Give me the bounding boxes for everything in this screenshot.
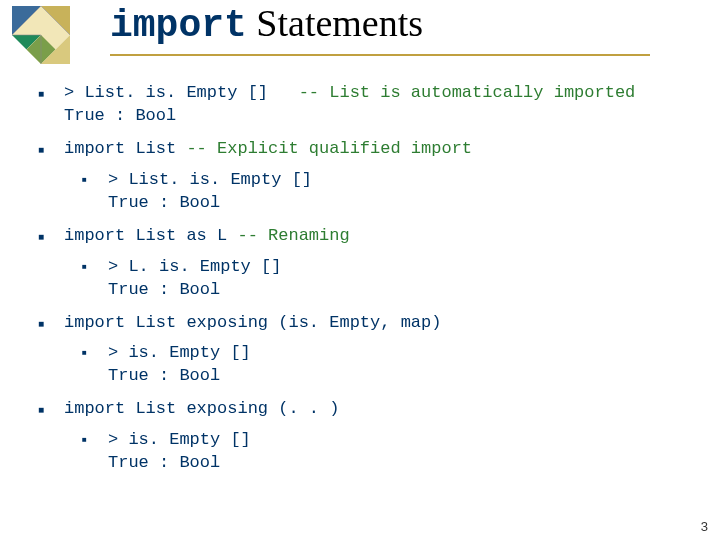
code-text: True : Bool — [108, 365, 698, 388]
list-item: import List -- Explicit qualified import… — [38, 138, 698, 215]
slide-header: import Statements — [0, 0, 720, 70]
list-item: > is. Empty [] True : Bool — [82, 342, 698, 388]
code-text: > List. is. Empty [] — [108, 169, 698, 192]
code-text: import List exposing (. . ) — [64, 399, 339, 418]
code-text: True : Bool — [108, 192, 698, 215]
code-text: > List. is. Empty [] — [64, 83, 299, 102]
code-text: True : Bool — [108, 279, 698, 302]
list-item: > L. is. Empty [] True : Bool — [82, 256, 698, 302]
slide-body: > List. is. Empty [] -- List is automati… — [38, 82, 698, 485]
code-text: import List as L — [64, 226, 237, 245]
code-text: True : Bool — [64, 105, 698, 128]
list-item: import List exposing (. . ) > is. Empty … — [38, 398, 698, 475]
code-comment: -- List is automatically imported — [299, 83, 636, 102]
code-text: > L. is. Empty [] — [108, 256, 698, 279]
code-text: True : Bool — [108, 452, 698, 475]
title-text: Statements — [247, 2, 423, 44]
list-item: import List as L -- Renaming > L. is. Em… — [38, 225, 698, 302]
slide-title: import Statements — [110, 4, 423, 45]
code-text: > is. Empty [] — [108, 342, 698, 365]
title-keyword: import — [110, 4, 247, 47]
page-number: 3 — [701, 519, 708, 534]
list-item: import List exposing (is. Empty, map) > … — [38, 312, 698, 389]
code-text: > is. Empty [] — [108, 429, 698, 452]
code-comment: -- Explicit qualified import — [186, 139, 472, 158]
list-item: > is. Empty [] True : Bool — [82, 429, 698, 475]
title-underline — [110, 54, 650, 56]
code-text: import List — [64, 139, 186, 158]
tangram-logo-icon — [12, 6, 70, 64]
list-item: > List. is. Empty [] True : Bool — [82, 169, 698, 215]
code-comment: -- Renaming — [237, 226, 349, 245]
list-item: > List. is. Empty [] -- List is automati… — [38, 82, 698, 128]
code-text: import List exposing (is. Empty, map) — [64, 313, 441, 332]
